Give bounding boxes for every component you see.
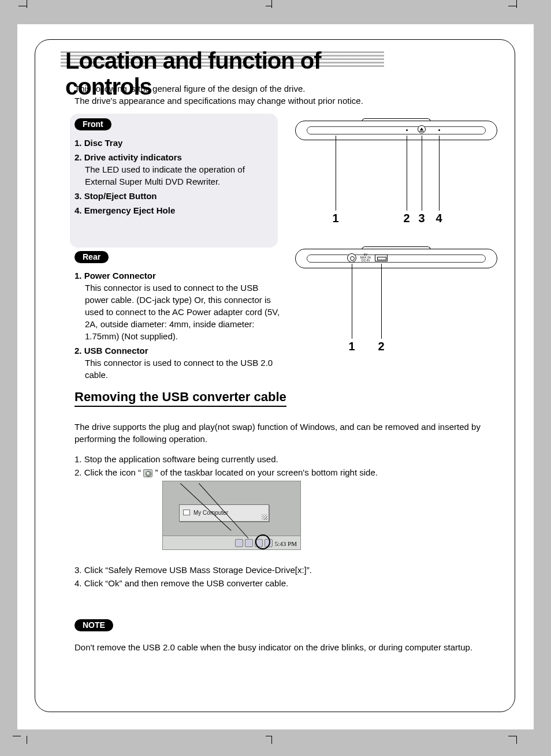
step-fragment: 2. Click the icon “ <box>75 467 143 477</box>
item-num: 2. <box>75 152 82 162</box>
item-title: Disc Tray <box>84 138 123 148</box>
list-item: 4. Emergency Eject Hole <box>75 204 271 216</box>
tray-icon <box>245 539 253 547</box>
rear-list: 1. Power Connector This connector is use… <box>75 270 282 383</box>
item-num: 2. <box>75 346 82 355</box>
note-text: Don't remove the USB 2.0 cable when the … <box>75 641 502 653</box>
leader-line <box>381 264 382 339</box>
callout-num: 1 <box>330 212 341 225</box>
disc-tray-slot <box>307 126 486 134</box>
item-title: Power Connector <box>84 271 156 280</box>
rear-diagram: 5V MAX 2A DC-IN 1 2 <box>295 246 497 362</box>
item-title: Drive activity indicators <box>84 152 182 162</box>
step-line: 4. Click “Ok” and then remove the USB co… <box>75 577 502 590</box>
steps-list-top: 1. Stop the application software being c… <box>75 453 502 479</box>
page: Location and function of controls This f… <box>17 24 534 729</box>
front-list: 1. Disc Tray 2. Drive activity indicator… <box>75 137 271 219</box>
item-title: Stop/Eject Button <box>84 191 157 201</box>
callout-num: 2 <box>375 340 387 353</box>
front-diagram: 1 2 3 4 <box>295 118 497 228</box>
leader-line <box>336 136 336 211</box>
item-num: 1. <box>75 271 82 280</box>
item-body: The LED used to indicate the operation o… <box>85 163 271 188</box>
taskbar-screenshot: My Computer 5:43 PM <box>162 481 301 550</box>
highlight-circle <box>255 534 270 549</box>
step-line: 1. Stop the application software being c… <box>75 453 502 466</box>
step-fragment: ” of the taskbar located on your screen'… <box>152 467 378 477</box>
taskbar-clock: 5:43 PM <box>274 540 298 547</box>
front-pill: Front <box>75 118 111 130</box>
list-item: 3. Stop/Eject Button <box>75 190 271 202</box>
power-label-line: DC-IN <box>359 259 373 262</box>
step-line: 3. Click “Safely Remove USB Mass Storage… <box>75 564 502 577</box>
callout-num: 3 <box>416 212 427 225</box>
item-title: Emergency Eject Hole <box>84 205 176 215</box>
emergency-hole-icon <box>438 129 440 131</box>
section-paragraph: The drive supports the plug and play(not… <box>75 421 502 445</box>
item-body: This connector is used to connect to the… <box>85 357 282 381</box>
item-title: USB Connector <box>84 346 148 355</box>
device-front <box>295 118 497 143</box>
item-num: 1. <box>75 138 82 148</box>
leader-line <box>439 136 440 211</box>
intro-text: This following is the general figure of … <box>75 83 363 107</box>
item-body: This connector is used to connect to the… <box>85 282 282 342</box>
list-item: 2. USB Connector This connector is used … <box>75 345 282 381</box>
list-item: 2. Drive activity indicators The LED use… <box>75 151 271 188</box>
step-line: 2. Click the icon “ ” of the taskbar loc… <box>75 466 502 480</box>
list-item: 1. Disc Tray <box>75 137 271 149</box>
window-mycomputer: My Computer <box>179 504 269 522</box>
item-num: 3. <box>75 191 82 201</box>
power-connector-icon <box>347 253 356 263</box>
activity-led-icon <box>406 129 408 131</box>
computer-icon <box>183 510 190 515</box>
section-heading: Removing the USB converter cable <box>75 390 286 407</box>
list-item: 1. Power Connector This connector is use… <box>75 270 282 342</box>
safely-remove-icon <box>143 469 152 477</box>
eject-button-icon <box>418 125 426 133</box>
rear-slot <box>307 255 486 263</box>
callout-num: 1 <box>346 340 358 353</box>
usb-connector-icon <box>375 255 388 261</box>
device-rear: 5V MAX 2A DC-IN <box>295 246 497 271</box>
intro-line: This following is the general figure of … <box>75 83 363 95</box>
rear-pill: Rear <box>75 251 109 263</box>
callout-num: 4 <box>433 212 445 225</box>
leader-line <box>422 136 422 211</box>
intro-line: The drive's appearance and specification… <box>75 95 363 107</box>
leader-line <box>352 264 352 339</box>
content-panel: Location and function of controls This f… <box>35 39 515 712</box>
steps-list-bottom: 3. Click “Safely Remove USB Mass Storage… <box>75 564 502 590</box>
power-label: 5V MAX 2A DC-IN <box>359 253 373 262</box>
item-num: 4. <box>75 205 82 215</box>
callout-num: 2 <box>401 212 412 225</box>
note-pill: NOTE <box>75 619 113 631</box>
tray-icon <box>235 539 243 547</box>
leader-line <box>407 136 407 211</box>
